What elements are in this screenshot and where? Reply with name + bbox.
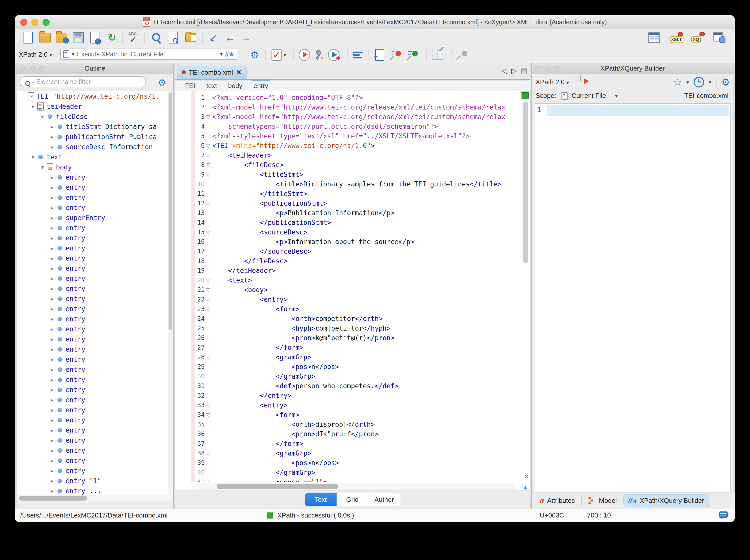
outline-item-entry[interactable]: ▶entry — [17, 263, 168, 274]
expander-collapsed-icon[interactable]: ▶ — [48, 286, 56, 292]
outline-item-TEI[interactable]: TEI"http://www.tei-c.org/ns/1. — [17, 91, 168, 101]
expander-expanded-icon[interactable]: ▼ — [29, 154, 37, 160]
code-line-15[interactable]: 15▽ <sourceDesc> — [175, 227, 520, 237]
code-line-22[interactable]: 22▽ <entry> — [175, 295, 520, 304]
code-line-33[interactable]: 33▽ <entry> — [175, 400, 520, 410]
expander-collapsed-icon[interactable]: ▶ — [48, 306, 56, 312]
expander-collapsed-icon[interactable]: ▶ — [48, 195, 56, 200]
outline-item-entry[interactable]: ▶entry — [17, 182, 168, 193]
find-resource-button[interactable] — [185, 32, 196, 43]
last-modification-button[interactable]: ↙ — [208, 32, 219, 43]
expander-collapsed-icon[interactable]: ▶ — [48, 427, 56, 433]
pin-list-button[interactable]: ▬▪▪ — [408, 49, 419, 61]
outline-item-superEntry[interactable]: ▶superEntry — [17, 213, 168, 223]
outline-vertical-scrollbar[interactable] — [168, 91, 173, 501]
execute-xpath-button[interactable] — [580, 76, 581, 81]
new-document-button[interactable] — [22, 32, 34, 43]
code-line-31[interactable]: 31 <def>person who competes.</def> — [175, 381, 520, 391]
fold-marker-icon[interactable]: ▽ — [206, 172, 212, 178]
outline-item-entry[interactable]: ▶entry — [17, 375, 168, 385]
debug-xslt-button[interactable]: XSLT — [669, 32, 684, 43]
edit-book-button[interactable] — [432, 49, 443, 61]
code-line-10[interactable]: 10 <title>Dictionary samples from the TE… — [175, 179, 520, 189]
outline-item-body[interactable]: ▼body — [17, 162, 168, 172]
code-line-32[interactable]: 32 </entry> — [175, 391, 520, 400]
clear-highlights-button[interactable]: × — [524, 472, 529, 481]
code-line-14[interactable]: 14 </publicationStmt> — [175, 218, 520, 227]
database-perspective-button[interactable] — [712, 32, 726, 43]
expander-collapsed-icon[interactable]: ▶ — [48, 407, 56, 413]
outline-item-entry[interactable]: ▶entry — [17, 395, 168, 405]
editor-layout-button[interactable] — [648, 32, 660, 43]
outline-horizontal-scrollbar[interactable] — [17, 495, 168, 502]
expander-collapsed-icon[interactable]: ▶ — [48, 357, 56, 362]
fold-marker-icon[interactable]: ▽ — [206, 412, 212, 418]
code-line-38[interactable]: 38▽ <gramGrp> — [175, 448, 520, 458]
forward-button[interactable]: → — [240, 32, 252, 43]
fold-marker-icon[interactable]: ▽ — [206, 277, 212, 283]
code-line-40[interactable]: 40 </gramGrp> — [175, 468, 520, 477]
expander-expanded-icon[interactable]: ▼ — [39, 164, 46, 170]
expander-collapsed-icon[interactable]: ▶ — [48, 336, 56, 342]
fold-marker-icon[interactable]: ▽ — [206, 297, 212, 302]
fold-marker-icon[interactable]: ▽ — [206, 114, 212, 120]
fold-marker-icon[interactable]: ▽ — [206, 229, 212, 235]
fold-marker-icon[interactable]: ▽ — [206, 152, 212, 158]
outline-item-entry[interactable]: ▶entry — [17, 354, 168, 364]
outline-item-entry[interactable]: ▶entry — [17, 172, 168, 182]
code-line-25[interactable]: 25 <hyph>com|peti|tor</hyph> — [175, 323, 520, 333]
indent-icon-button[interactable] — [352, 49, 364, 61]
expander-collapsed-icon[interactable]: ▶ — [48, 458, 56, 463]
expander-collapsed-icon[interactable]: ▶ — [48, 144, 56, 150]
outline-settings-button[interactable]: ⚙ — [158, 77, 166, 88]
outline-item-entry[interactable]: ▶entry — [17, 415, 168, 425]
expander-expanded-icon[interactable]: ▼ — [39, 114, 46, 119]
associate-schema-button[interactable]: ▪▪▪ — [391, 49, 402, 61]
save-to-url-button[interactable] — [89, 32, 101, 43]
expander-collapsed-icon[interactable]: ▶ — [48, 326, 56, 332]
expander-collapsed-icon[interactable]: ▶ — [48, 387, 56, 393]
expander-collapsed-icon[interactable]: ▶ — [48, 316, 56, 322]
outline-item-sourceDesc[interactable]: ▶sourceDescInformation — [17, 142, 168, 152]
xpath-expression-editor[interactable]: 1 — [535, 103, 731, 493]
xpath-expression-combo[interactable]: ▾ Execute XPath on 'Current File' ▾ //★ — [60, 48, 237, 60]
expander-collapsed-icon[interactable]: ▶ — [48, 256, 56, 261]
code-line-18[interactable]: 18 </fileDesc> — [175, 256, 520, 266]
spell-check-button[interactable]: ABC✓ — [127, 32, 139, 43]
code-line-35[interactable]: 35 <orth>disproof</orth> — [175, 420, 520, 429]
validate-button[interactable]: ✓ — [271, 49, 282, 61]
expander-collapsed-icon[interactable]: ▶ — [48, 367, 56, 372]
open-url-button[interactable] — [56, 32, 67, 43]
tab-xpath-xquery-builder[interactable]: //★ XPath/XQuery Builder — [624, 494, 709, 507]
outline-item-entry[interactable]: ▶entry — [17, 324, 168, 334]
expander-collapsed-icon[interactable]: ▶ — [48, 205, 56, 211]
code-line-12[interactable]: 12▽ <publicationStmt> — [175, 199, 520, 208]
outline-item-entry[interactable]: ▶entry — [17, 314, 168, 324]
outline-item-entry[interactable]: ▶entry — [17, 304, 168, 314]
code-line-23[interactable]: 23▽ <form> — [175, 304, 520, 314]
expander-collapsed-icon[interactable]: ▶ — [48, 185, 56, 190]
tab-attributes[interactable]: a Attributes — [535, 494, 579, 507]
breadcrumb-body[interactable]: body — [228, 82, 242, 90]
code-line-1[interactable]: 1<?xml version="1.0" encoding="UTF-8"?> — [175, 93, 520, 102]
breadcrumb-tei[interactable]: TEI — [185, 82, 195, 90]
expander-collapsed-icon[interactable]: ▶ — [48, 468, 56, 474]
code-line-5[interactable]: 5<?xml-stylesheet type="text/xsl" href="… — [175, 131, 520, 141]
expander-collapsed-icon[interactable]: ▶ — [48, 265, 56, 271]
outline-item-entry[interactable]: ▶entry — [17, 456, 168, 466]
outline-item-entry[interactable]: ▶entry — [17, 193, 168, 203]
outline-item-entry[interactable]: ▶entry — [17, 283, 168, 294]
code-line-6[interactable]: 6▽<TEI xmlns="http://www.tei-c.org/ns/1.… — [175, 141, 520, 151]
code-line-9[interactable]: 9▽ <titleStmt> — [175, 170, 520, 179]
outline-item-entry[interactable]: ▶entry — [17, 233, 168, 243]
apply-transformation-button[interactable] — [299, 49, 310, 61]
outline-item-text[interactable]: ▼text — [17, 152, 168, 162]
outline-item-entry[interactable]: ▶entry — [17, 445, 168, 456]
expander-collapsed-icon[interactable]: ▶ — [48, 478, 56, 484]
code-line-36[interactable]: 36 <pron>dIs"pru:f</pron> — [175, 429, 520, 439]
expander-collapsed-icon[interactable]: ▶ — [48, 296, 56, 301]
expander-collapsed-icon[interactable]: ▶ — [48, 346, 56, 352]
tab-tei-combo[interactable]: TEI-combo.xml ✕ — [177, 65, 246, 79]
outline-item-publicationStmt[interactable]: ▶publicationStmtPublica — [17, 132, 168, 142]
view-tab-author[interactable]: Author — [369, 493, 400, 506]
